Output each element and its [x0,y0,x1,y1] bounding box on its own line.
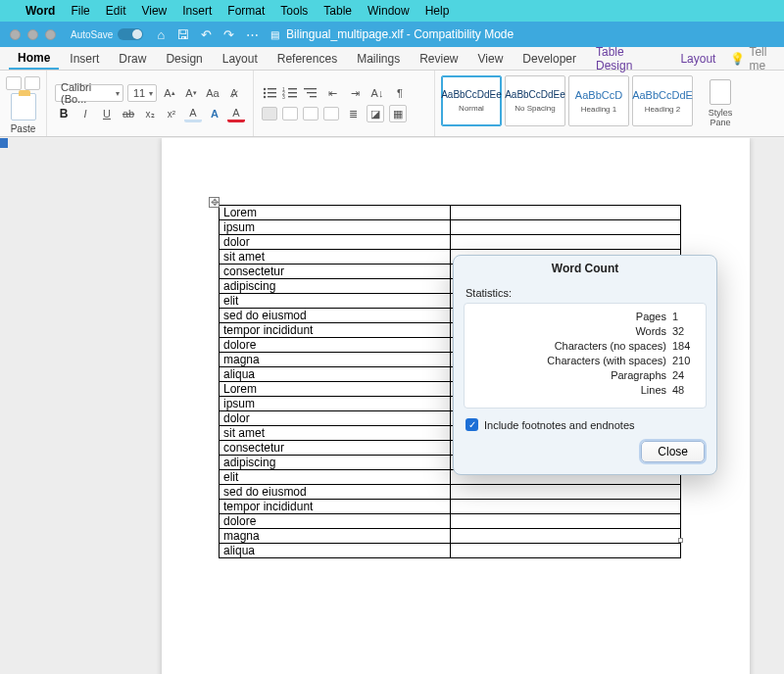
increase-indent-icon[interactable]: ⇥ [346,84,364,102]
menu-app[interactable]: Word [25,4,55,18]
table-cell[interactable] [450,206,681,220]
more-icon[interactable]: ⋯ [246,27,259,42]
tab-review[interactable]: Review [411,49,466,69]
menu-file[interactable]: File [71,4,89,18]
menu-help[interactable]: Help [425,4,450,18]
cut-icon[interactable] [6,76,22,90]
tell-me-search[interactable]: 💡 Tell me [730,45,784,72]
table-cell[interactable]: sit amet [220,426,451,441]
menu-window[interactable]: Window [368,4,410,18]
shading-icon[interactable]: ◪ [367,105,384,122]
style-normal[interactable]: AaBbCcDdEe Normal [441,75,502,126]
table-cell[interactable]: consectetur [220,441,451,456]
table-cell[interactable]: sed do eiusmod [220,485,451,500]
table-row[interactable]: magna [220,529,681,544]
tab-draw[interactable]: Draw [110,49,155,69]
decrease-font-icon[interactable]: A▾ [182,84,200,102]
increase-font-icon[interactable]: A▴ [161,84,178,102]
table-resize-handle-icon[interactable] [678,538,683,543]
align-center-icon[interactable] [282,107,298,120]
menu-table[interactable]: Table [323,4,352,18]
table-row[interactable]: sed do eiusmod [220,485,681,500]
checkbox-icon[interactable]: ✓ [466,418,478,431]
style-heading-2[interactable]: AaBbCcDdE Heading 2 [632,75,693,126]
table-cell[interactable]: ipsum [220,220,451,235]
home-icon[interactable]: ⌂ [157,27,165,42]
align-right-icon[interactable] [303,107,318,120]
show-marks-icon[interactable]: ¶ [391,84,409,102]
table-row[interactable]: ipsum [220,220,681,235]
table-cell[interactable]: adipiscing [220,456,451,470]
borders-icon[interactable]: ▦ [389,105,407,122]
menu-insert[interactable]: Insert [182,4,212,18]
font-name-select[interactable]: Calibri (Bo... [55,84,123,102]
table-cell[interactable]: dolore [220,338,451,353]
table-cell[interactable]: dolore [220,514,451,529]
redo-icon[interactable]: ↷ [223,27,234,42]
line-spacing-icon[interactable]: ≣ [344,105,362,122]
save-icon[interactable]: 🖫 [176,27,189,42]
include-footnotes-checkbox[interactable]: ✓ Include footnotes and endnotes [454,409,716,435]
table-cell[interactable]: tempor incididunt [220,323,451,338]
zoom-window-icon[interactable] [45,29,56,40]
tab-references[interactable]: References [269,49,346,69]
table-cell[interactable]: elit [220,470,451,485]
table-cell[interactable]: Lorem [220,382,451,397]
tab-layout[interactable]: Layout [214,49,267,69]
style-no-spacing[interactable]: AaBbCcDdEe No Spacing [505,75,565,126]
tab-home[interactable]: Home [9,48,59,70]
table-cell[interactable]: magna [220,529,451,544]
style-heading-1[interactable]: AaBbCcD Heading 1 [568,75,629,126]
tab-insert[interactable]: Insert [61,49,108,69]
autosave-toggle[interactable]: AutoSave [71,28,143,40]
text-effects-button[interactable]: A [206,105,223,122]
table-cell[interactable]: magna [220,353,451,367]
styles-pane-button[interactable]: Styles Pane [699,71,742,136]
font-size-select[interactable]: 11 [127,84,157,102]
table-cell[interactable] [450,514,681,529]
minimize-window-icon[interactable] [27,29,38,40]
menu-edit[interactable]: Edit [106,4,126,18]
table-row[interactable]: aliqua [220,544,681,558]
close-button[interactable]: Close [641,441,705,462]
decrease-indent-icon[interactable]: ⇤ [323,84,341,102]
justify-icon[interactable] [323,107,339,120]
table-cell[interactable] [450,220,681,235]
tab-mailings[interactable]: Mailings [348,49,409,69]
table-cell[interactable] [450,500,681,514]
menu-format[interactable]: Format [227,4,265,18]
table-cell[interactable]: Lorem [220,206,451,220]
clear-formatting-icon[interactable]: A̷ [225,84,243,102]
italic-button[interactable]: I [76,105,94,122]
menu-tools[interactable]: Tools [280,4,308,18]
table-row[interactable]: dolor [220,235,681,250]
table-cell[interactable]: adipiscing [220,279,451,294]
table-cell[interactable] [450,485,681,500]
table-cell[interactable]: tempor incididunt [220,500,451,514]
table-cell[interactable]: aliqua [220,367,451,382]
table-cell[interactable]: sed do eiusmod [220,309,451,323]
undo-icon[interactable]: ↶ [201,27,212,42]
bold-button[interactable]: B [55,105,73,122]
table-cell[interactable]: sit amet [220,250,451,265]
table-move-handle-icon[interactable]: ✥ [209,197,220,208]
table-cell[interactable] [450,544,681,558]
tab-design[interactable]: Design [157,49,211,69]
table-cell[interactable]: dolor [220,411,451,426]
paste-button[interactable] [11,93,36,120]
table-cell[interactable] [450,235,681,250]
table-cell[interactable]: dolor [220,235,451,250]
tab-view[interactable]: View [469,49,513,69]
table-cell[interactable]: consectetur [220,265,451,279]
change-case-icon[interactable]: Aa [204,84,221,102]
copy-icon[interactable] [24,76,40,90]
strikethrough-button[interactable]: ab [120,105,137,122]
table-row[interactable]: Lorem [220,206,681,220]
menu-view[interactable]: View [141,4,167,18]
numbered-list-icon[interactable]: 123 [282,86,298,100]
superscript-button[interactable]: x² [163,105,180,122]
table-row[interactable]: dolore [220,514,681,529]
sort-icon[interactable]: A↓ [368,84,386,102]
underline-button[interactable]: U [98,105,116,122]
table-cell[interactable]: elit [220,294,451,309]
